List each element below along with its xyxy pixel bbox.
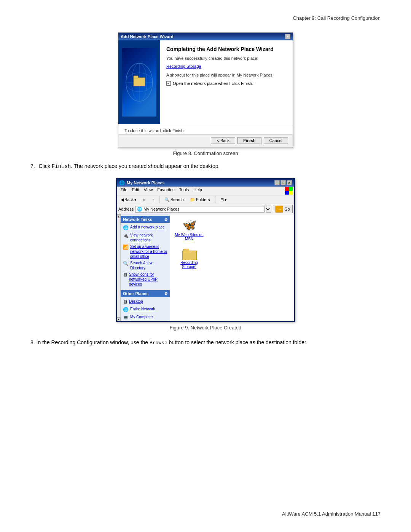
mnp-window: 🌐 My Network Places _ □ × File Edit View… (116, 178, 295, 322)
scroll-down-btn[interactable]: ▼ (117, 317, 121, 321)
wizard-footer-text: To close this wizard, click Finish. (118, 126, 293, 134)
wireless-label: Set up a wireless network for a home or … (130, 244, 167, 259)
mnp-address-bar: Address 🌐 My Network Places → Go (117, 204, 294, 214)
view-connections-label: View network connections (130, 233, 167, 243)
mnp-title-icon: 🌐 (119, 180, 125, 185)
address-folder-icon: 🌐 (137, 207, 142, 212)
wizard-checkbox[interactable]: ✓ (166, 81, 171, 86)
step-8-text: 8. In the Recording Configuration window… (30, 338, 381, 347)
sidebar-item-desktop[interactable]: 🖥 Desktop (122, 298, 168, 306)
menu-edit[interactable]: Edit (130, 187, 142, 195)
content-item-recording[interactable]: Recording Storage! (174, 249, 204, 269)
wizard-close-btn[interactable]: × (285, 34, 290, 39)
address-go-btn[interactable]: → Go (273, 205, 293, 213)
wizard-text2: A shortcut for this place will appear in… (166, 72, 287, 78)
menu-favorites[interactable]: Favorites (155, 187, 177, 195)
sidebar-item-entire-network[interactable]: 🌐 Entire Network (122, 306, 168, 314)
sidebar-item-search-ad[interactable]: 🔍 Search Active Directory (122, 260, 168, 271)
wizard-cancel-btn[interactable]: Cancel (264, 137, 288, 144)
mnp-toolbar: ◀ Back ▾ ▶ ↑ 🔍 Search 📁 Folders (117, 195, 294, 204)
search-ad-label: Search Active Directory (130, 260, 167, 270)
sidebar-item-view-connections[interactable]: 🔌 View network connections (122, 232, 168, 243)
content-item-msn[interactable]: 🦋 My Web Sites on MSN (174, 218, 204, 241)
address-label: Address (118, 207, 134, 211)
views-dropdown-icon: ▾ (225, 197, 227, 202)
wizard-finish-btn[interactable]: Finish (237, 137, 261, 144)
wizard-back-btn[interactable]: < Back (211, 137, 235, 144)
sidebar-item-upnp[interactable]: 🖥 Show icons for networked UPnP devices (122, 271, 168, 288)
network-tasks-section: Network Tasks ✿ 🌐 Add a network place 🔌 … (121, 216, 170, 289)
toolbar-forward-btn[interactable]: ▶ (140, 197, 148, 203)
mnp-sidebar: Network Tasks ✿ 🌐 Add a network place 🔌 … (121, 214, 170, 321)
mnp-titlebar-left: 🌐 My Network Places (119, 180, 165, 185)
step-7-content: Click Finish. The network place you crea… (39, 163, 220, 169)
upnp-icon: 🖥 (123, 272, 127, 278)
add-network-label: Add a network place (130, 225, 165, 230)
sidebar-item-wireless[interactable]: 📶 Set up a wireless network for a home o… (122, 243, 168, 260)
desktop-icon: 🖥 (123, 299, 127, 305)
wizard-checkbox-label: Open the network place when I click Fini… (173, 81, 253, 86)
desktop-label: Desktop (129, 299, 143, 304)
toolbar-up-btn[interactable]: ↑ (150, 197, 156, 203)
svg-rect-6 (134, 78, 145, 86)
mnp-maximize-btn[interactable]: □ (280, 180, 286, 185)
back-dropdown-icon: ▾ (134, 197, 137, 202)
svg-rect-7 (134, 76, 138, 78)
views-icon: ⊞ (220, 197, 224, 202)
msn-label: My Web Sites on MSN (174, 233, 204, 241)
toolbar-folders-btn[interactable]: 📁 Folders (188, 197, 212, 203)
scroll-up-btn[interactable]: ▲ (117, 214, 121, 218)
wizard-sidebar (118, 40, 160, 124)
folders-label: Folders (196, 197, 210, 202)
wizard-body: Completing the Add Network Place Wizard … (118, 40, 293, 124)
entire-network-label: Entire Network (130, 307, 155, 312)
sidebar-scrollbar[interactable]: ▲ ▼ (117, 214, 121, 321)
mnp-title-text: My Network Places (127, 181, 165, 185)
address-dropdown[interactable] (266, 206, 271, 212)
step-7-number: 7. (30, 163, 35, 169)
mnp-body: ▲ ▼ Network Tasks ✿ 🌐 (117, 214, 294, 321)
figure-8-caption: Figure 8. Confirmation screen (173, 150, 238, 156)
network-tasks-collapse-icon: ✿ (164, 217, 167, 222)
step-7-text: 7. Click Finish. The network place you c… (30, 162, 381, 171)
network-tasks-header[interactable]: Network Tasks ✿ (121, 216, 170, 223)
toolbar-views-btn[interactable]: ⊞ ▾ (218, 197, 229, 203)
toolbar-sep-2 (215, 196, 215, 203)
search-icon: 🔍 (164, 197, 170, 202)
figure-8-container: Add Network Place Wizard × (30, 32, 381, 156)
page-footer: AltiWare ACM 5.1 Administration Manual 1… (282, 511, 381, 517)
toolbar-sep-1 (159, 196, 159, 203)
menu-help[interactable]: Help (191, 187, 204, 195)
wizard-buttons-row: < Back Finish Cancel (118, 134, 293, 147)
wizard-link[interactable]: Recording Storage (166, 64, 287, 69)
mnp-titlebar: 🌐 My Network Places _ □ × (117, 179, 294, 187)
windows-logo (285, 187, 293, 195)
view-connections-icon: 🔌 (123, 233, 129, 239)
search-label: Search (170, 197, 184, 202)
other-places-header[interactable]: Other Places ✿ (121, 290, 170, 297)
wizard-sidebar-graphic (122, 48, 156, 117)
toolbar-back-btn[interactable]: ◀ Back ▾ (118, 197, 139, 203)
step-8-number: 8. (30, 339, 35, 345)
menu-file[interactable]: File (118, 187, 130, 195)
folders-icon: 📁 (190, 197, 195, 202)
msn-icon: 🦋 (182, 218, 196, 232)
toolbar-search-btn[interactable]: 🔍 Search (162, 197, 186, 203)
sidebar-item-add-network[interactable]: 🌐 Add a network place (122, 224, 168, 232)
menu-tools[interactable]: Tools (177, 187, 191, 195)
sidebar-item-my-computer[interactable]: 💻 My Computer (122, 314, 168, 321)
wizard-title-buttons: × (285, 34, 290, 39)
wizard-titlebar: Add Network Place Wizard × (118, 33, 293, 40)
mnp-minimize-btn[interactable]: _ (274, 180, 280, 185)
network-tasks-label: Network Tasks (123, 217, 152, 222)
back-label: Back (124, 197, 134, 202)
up-arrow-icon: ↑ (152, 197, 154, 202)
wizard-main-title: Completing the Add Network Place Wizard (166, 46, 287, 53)
go-label: Go (284, 207, 290, 211)
forward-arrow-icon: ▶ (143, 197, 146, 202)
menu-view[interactable]: View (142, 187, 155, 195)
address-field[interactable]: 🌐 My Network Places (135, 206, 264, 212)
network-tasks-items: 🌐 Add a network place 🔌 View network con… (121, 223, 170, 289)
figure-9-caption: Figure 9. Network Place Created (170, 325, 242, 331)
mnp-close-btn[interactable]: × (287, 180, 292, 185)
